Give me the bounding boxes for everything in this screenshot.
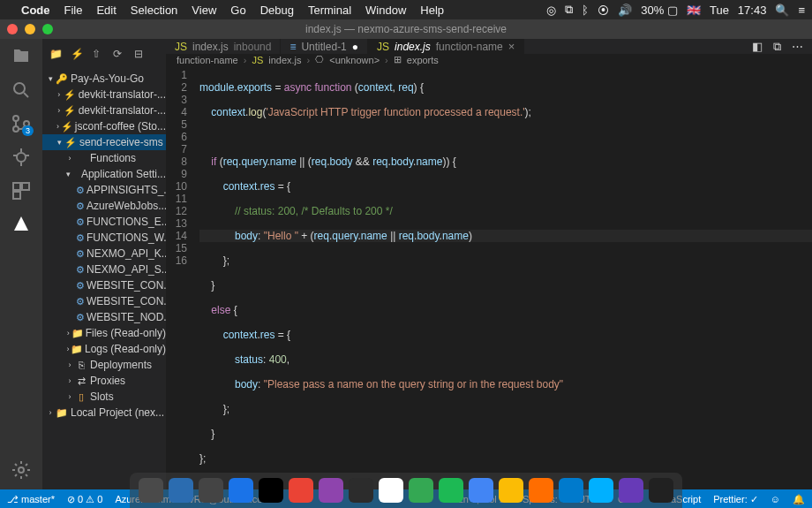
azure-icon[interactable] bbox=[11, 214, 32, 235]
tree-logs[interactable]: ›📁Logs (Read-only) bbox=[42, 341, 166, 357]
tree-azure-item[interactable]: ›⚡devkit-translator-... bbox=[42, 87, 166, 102]
tree-azure-item[interactable]: ›⚡jsconf-coffee (Sto... bbox=[42, 118, 166, 134]
svg-rect-11 bbox=[22, 183, 29, 190]
dock-app-icon[interactable] bbox=[649, 478, 673, 503]
search-icon[interactable] bbox=[11, 80, 32, 101]
status-wifi-icon[interactable]: ⦿ bbox=[598, 4, 609, 17]
tree-setting[interactable]: ⚙WEBSITE_CON... bbox=[42, 293, 166, 309]
debug-icon[interactable] bbox=[11, 147, 32, 168]
status-notifications-icon[interactable]: ≡ bbox=[798, 4, 805, 17]
tree-setting[interactable]: ⚙FUNCTIONS_W... bbox=[42, 230, 166, 246]
minimize-window-button[interactable] bbox=[25, 24, 35, 34]
dock-app-icon[interactable] bbox=[379, 478, 403, 503]
status-time: 17:43 bbox=[738, 4, 767, 17]
svg-point-0 bbox=[14, 83, 25, 94]
tree-slots[interactable]: ›▯Slots bbox=[42, 389, 166, 405]
dock-app-icon[interactable] bbox=[499, 478, 523, 503]
status-volume-icon[interactable]: 🔊 bbox=[618, 4, 632, 17]
code-area[interactable]: 12345678910111213141516 module.exports =… bbox=[166, 65, 812, 489]
tree-setting[interactable]: ⚙NEXMO_API_S... bbox=[42, 262, 166, 277]
tab-untitled[interactable]: ≡Untitled-1● bbox=[281, 39, 368, 54]
dock-app-icon[interactable] bbox=[469, 478, 493, 503]
status-problems[interactable]: ⊘ 0 ⚠ 0 bbox=[67, 494, 102, 505]
tree-setting[interactable]: ⚙NEXMO_API_K... bbox=[42, 246, 166, 262]
explorer-icon[interactable] bbox=[11, 46, 32, 67]
tree-subscription[interactable]: ▾🔑Pay-As-You-Go bbox=[42, 71, 166, 87]
tab-index-function[interactable]: JSindex.jsfunction-name× bbox=[368, 39, 524, 54]
tree-setting[interactable]: ⚙WEBSITE_NOD... bbox=[42, 309, 166, 325]
dock-app-icon[interactable] bbox=[559, 478, 583, 503]
lightning-icon[interactable]: ⚡ bbox=[71, 48, 83, 60]
window-titlebar: index.js — nexmo-azure-sms-send-receive bbox=[0, 19, 812, 39]
window-title: index.js — nexmo-azure-sms-send-receive bbox=[305, 23, 507, 35]
scm-badge: 3 bbox=[22, 125, 34, 136]
extensions-icon[interactable] bbox=[11, 180, 32, 201]
zoom-window-button[interactable] bbox=[42, 24, 53, 34]
dock-app-icon[interactable] bbox=[319, 478, 343, 503]
menu-window[interactable]: Window bbox=[365, 4, 406, 17]
code-content[interactable]: module.exports = async function (context… bbox=[196, 65, 812, 489]
status-bell-icon[interactable]: 🔔 bbox=[793, 494, 805, 505]
tree-azure-item[interactable]: ›⚡devkit-translator-... bbox=[42, 102, 166, 118]
menu-selection[interactable]: Selection bbox=[131, 4, 177, 17]
compare-icon[interactable]: ⧉ bbox=[773, 40, 781, 54]
menu-terminal[interactable]: Terminal bbox=[308, 4, 351, 17]
dock-app-icon[interactable] bbox=[409, 478, 433, 503]
dock-app-icon[interactable] bbox=[349, 478, 373, 503]
tree-setting[interactable]: ⚙FUNCTIONS_E... bbox=[42, 214, 166, 230]
macos-dock[interactable] bbox=[130, 473, 682, 508]
dock-app-icon[interactable] bbox=[139, 478, 163, 503]
svg-rect-10 bbox=[13, 183, 20, 190]
tree-funcapp[interactable]: ▾⚡send-receive-sms bbox=[42, 134, 166, 150]
new-folder-icon[interactable]: 📁 bbox=[49, 48, 62, 60]
settings-gear-icon[interactable] bbox=[11, 459, 32, 481]
tree-local-project[interactable]: ›📁Local Project (nex... bbox=[42, 405, 166, 421]
dock-app-icon[interactable] bbox=[289, 478, 313, 503]
tree-files[interactable]: ›📁Files (Read-only) bbox=[42, 325, 166, 341]
status-branch[interactable]: ⎇ master* bbox=[7, 494, 55, 505]
tree-setting[interactable]: ⚙APPINSIGHTS_... bbox=[42, 182, 166, 198]
dock-app-icon[interactable] bbox=[439, 478, 463, 503]
dock-app-icon[interactable] bbox=[229, 478, 253, 503]
menu-edit[interactable]: Edit bbox=[96, 4, 116, 17]
tree-appsettings[interactable]: ▾Application Setti... bbox=[42, 166, 166, 182]
status-prettier[interactable]: Prettier: ✓ bbox=[713, 494, 758, 505]
dock-app-icon[interactable] bbox=[169, 478, 193, 503]
status-flag-icon[interactable]: 🇬🇧 bbox=[687, 4, 701, 17]
tree-proxies[interactable]: ›⇄Proxies bbox=[42, 373, 166, 389]
upload-icon[interactable]: ⇧ bbox=[92, 48, 104, 60]
status-battery[interactable]: 30% ▢ bbox=[641, 4, 678, 17]
split-editor-icon[interactable]: ◧ bbox=[752, 40, 763, 53]
breadcrumb[interactable]: function-name› JSindex.js› ⎔<unknown>› ⊞… bbox=[166, 54, 812, 65]
status-cast-icon[interactable]: ◎ bbox=[546, 4, 556, 17]
status-bt-icon[interactable]: ᛒ bbox=[582, 4, 589, 17]
tree-deployments[interactable]: ›⎘Deployments bbox=[42, 357, 166, 373]
status-day: Tue bbox=[710, 4, 729, 17]
dock-app-icon[interactable] bbox=[589, 478, 613, 503]
tree-setting[interactable]: ⚙AzureWebJobs... bbox=[42, 198, 166, 214]
close-window-button[interactable] bbox=[7, 24, 18, 34]
menu-debug[interactable]: Debug bbox=[260, 4, 294, 17]
more-actions-icon[interactable]: ⋯ bbox=[792, 40, 803, 53]
dock-app-icon[interactable] bbox=[259, 478, 283, 503]
dock-app-icon[interactable] bbox=[619, 478, 643, 503]
tab-index-inbound[interactable]: JSindex.jsinbound bbox=[166, 39, 281, 54]
dock-app-icon[interactable] bbox=[529, 478, 553, 503]
tab-close-icon[interactable]: × bbox=[508, 40, 515, 53]
tree-setting[interactable]: ⚙WEBSITE_CON... bbox=[42, 277, 166, 293]
menu-view[interactable]: View bbox=[192, 4, 216, 17]
collapse-icon[interactable]: ⊟ bbox=[134, 48, 147, 60]
menu-go[interactable]: Go bbox=[230, 4, 245, 17]
status-feedback-icon[interactable]: ☺ bbox=[771, 494, 780, 504]
svg-rect-12 bbox=[13, 192, 20, 199]
status-display-icon[interactable]: ⧉ bbox=[565, 3, 573, 17]
menu-app[interactable]: Code bbox=[21, 4, 50, 17]
tree-functions[interactable]: ›Functions bbox=[42, 150, 166, 166]
dock-app-icon[interactable] bbox=[199, 478, 223, 503]
menu-file[interactable]: File bbox=[64, 4, 83, 17]
sidebar-tree: ▾🔑Pay-As-You-Go ›⚡devkit-translator-... … bbox=[42, 69, 166, 422]
refresh-icon[interactable]: ⟳ bbox=[113, 48, 125, 60]
scm-icon[interactable]: 3 bbox=[11, 113, 32, 134]
status-spotlight-icon[interactable]: 🔍 bbox=[775, 4, 789, 17]
menu-help[interactable]: Help bbox=[420, 4, 444, 17]
